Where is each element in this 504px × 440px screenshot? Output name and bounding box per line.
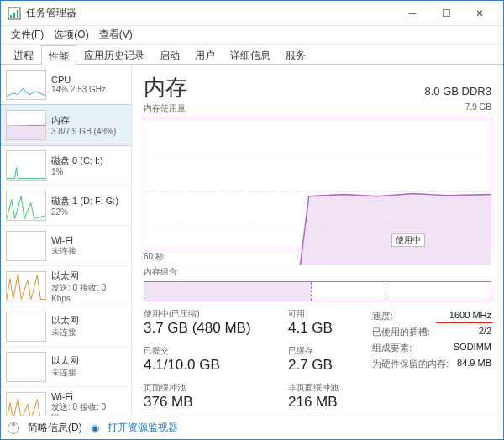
resource-monitor-icon: ◉ — [91, 422, 99, 434]
committed-label: 已提交 — [144, 345, 278, 357]
chart-label-top-right: 7.9 GB — [465, 102, 491, 114]
sidebar-item-label: 内存 — [51, 114, 126, 127]
tab-details[interactable]: 详细信息 — [223, 45, 278, 64]
maximize-button[interactable]: ☐ — [429, 1, 463, 26]
paged-label: 页面缓冲池 — [144, 382, 278, 394]
sidebar-item-label: 磁盘 1 (D: F: G:) — [51, 195, 126, 207]
menu-view[interactable]: 查看(V) — [96, 28, 136, 42]
sidebar-item-label: Wi-Fi — [51, 235, 126, 245]
minimize-button[interactable]: ─ — [396, 1, 429, 26]
sidebar-item-sub: 14% 2.53 GHz — [51, 85, 126, 94]
sidebar-item-sub: 1% — [51, 167, 126, 176]
sidebar-item-cpu[interactable]: CPU14% 2.53 GHz — [1, 65, 131, 105]
menu-file[interactable]: 文件(F) — [8, 28, 47, 42]
used-value: 3.7 GB (480 MB) — [144, 320, 278, 337]
menu-options[interactable]: 选项(O) — [50, 28, 92, 42]
app-icon — [8, 7, 21, 20]
hw-reserved-label: 为硬件保留的内存: — [372, 358, 449, 370]
tab-processes[interactable]: 进程 — [6, 45, 41, 64]
slots-value: 2/2 — [479, 326, 491, 338]
memory-usage-chart: 使用中 — [144, 118, 491, 249]
sidebar-item-sub: 发送: 0 接收: 0 Kbps — [51, 282, 126, 303]
sidebar-item-sub: 未连接 — [51, 245, 126, 257]
tab-services[interactable]: 服务 — [278, 45, 313, 64]
tab-users[interactable]: 用户 — [187, 45, 223, 64]
sidebar-item-sub: 22% — [51, 207, 126, 217]
cached-value: 2.7 GB — [288, 357, 362, 374]
form-label: 组成要素: — [372, 342, 412, 354]
sidebar-item-sub: 发送: 0 接收: 0 Kbps — [51, 401, 126, 416]
form-value: SODIMM — [454, 342, 491, 354]
chevron-up-icon[interactable]: ˄ — [8, 422, 19, 434]
window-title: 任务管理器 — [26, 6, 396, 20]
open-resource-monitor-link[interactable]: 打开资源监视器 — [108, 421, 178, 435]
paged-value: 376 MB — [144, 394, 278, 411]
svg-rect-4 — [7, 126, 45, 139]
speed-value: 1600 MHz — [449, 310, 491, 322]
usage-tag: 使用中 — [391, 233, 425, 247]
sidebar-item-disk1[interactable]: 磁盘 1 (D: F: G:)22% — [1, 186, 131, 226]
sidebar-item-label: 以太网 — [51, 354, 126, 367]
memory-spec: 8.0 GB DDR3 — [425, 85, 491, 97]
close-button[interactable]: ✕ — [463, 1, 496, 26]
sidebar-item-label: Wi-Fi — [51, 391, 126, 401]
footer: ˄ 简略信息(D) ◉ 打开资源监视器 — [1, 416, 503, 439]
used-label: 使用中(已压缩) — [144, 308, 278, 320]
menubar: 文件(F) 选项(O) 查看(V) — [1, 26, 503, 45]
sidebar-item-memory[interactable]: 内存3.8/7.9 GB (48%) — [1, 105, 131, 145]
titlebar: 任务管理器 ─ ☐ ✕ — [1, 1, 503, 26]
sidebar-item-wifi[interactable]: Wi-Fi未连接 — [1, 226, 131, 266]
svg-rect-3 — [17, 10, 18, 18]
svg-rect-1 — [10, 15, 12, 18]
tab-app-history[interactable]: 应用历史记录 — [76, 45, 152, 64]
sidebar-item-disk0[interactable]: 磁盘 0 (C: I:)1% — [1, 145, 131, 186]
sidebar-item-wifi-2[interactable]: Wi-Fi发送: 0 接收: 0 Kbps — [1, 387, 131, 416]
main-panel: 内存 8.0 GB DDR3 内存使用量 7.9 GB 使用中 60 秒 — [132, 65, 503, 416]
hw-reserved-value: 84.9 MB — [457, 358, 491, 370]
composition-label: 内存组合 — [144, 266, 491, 278]
memory-composition-chart — [144, 281, 491, 301]
sidebar-item-label: 以太网 — [51, 270, 126, 282]
slots-label: 已使用的插槽: — [372, 326, 430, 338]
svg-rect-2 — [13, 13, 15, 18]
nonpaged-label: 非页面缓冲池 — [288, 382, 362, 394]
tabbar: 进程 性能 应用历史记录 启动 用户 详细信息 服务 — [1, 45, 503, 65]
sidebar-item-ethernet-3[interactable]: 以太网未连接 — [1, 347, 131, 387]
avail-value: 4.1 GB — [288, 320, 362, 337]
page-title: 内存 — [144, 73, 187, 102]
committed-value: 4.1/10.0 GB — [144, 357, 278, 374]
speed-label: 速度: — [372, 310, 393, 322]
sidebar-item-sub: 3.8/7.9 GB (48%) — [51, 127, 126, 136]
sidebar-item-ethernet-2[interactable]: 以太网未连接 — [1, 306, 131, 347]
sidebar-item-label: 磁盘 0 (C: I:) — [51, 155, 126, 167]
nonpaged-value: 216 MB — [288, 394, 362, 411]
tab-performance[interactable]: 性能 — [41, 45, 76, 65]
sidebar-item-sub: 未连接 — [51, 327, 126, 338]
avail-label: 可用 — [288, 308, 362, 320]
sidebar-item-label: 以太网 — [51, 314, 126, 327]
sidebar-item-ethernet[interactable]: 以太网发送: 0 接收: 0 Kbps — [1, 266, 131, 306]
sidebar: CPU14% 2.53 GHz 内存3.8/7.9 GB (48%) 磁盘 0 … — [1, 65, 132, 416]
chart-label-top-left: 内存使用量 — [144, 102, 186, 114]
sidebar-item-sub: 未连接 — [51, 367, 126, 379]
tab-startup[interactable]: 启动 — [152, 45, 187, 64]
sidebar-item-label: CPU — [51, 75, 126, 85]
cached-label: 已缓存 — [288, 345, 362, 357]
brief-info-button[interactable]: 简略信息(D) — [28, 421, 82, 435]
